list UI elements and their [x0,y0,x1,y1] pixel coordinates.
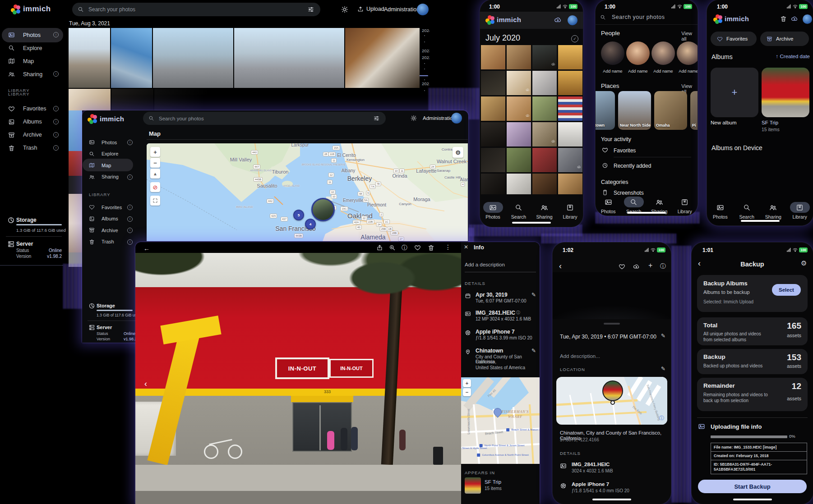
map-layer-toggle-button[interactable]: ⊘ [150,182,160,192]
grid-photo[interactable] [558,174,582,194]
immich-logo[interactable]: immich [88,114,124,123]
timeline-photo[interactable] [345,28,420,88]
info-icon[interactable]: ⓘ [402,244,407,252]
trash-icon[interactable] [780,15,787,22]
album-thumbnail[interactable] [465,477,481,494]
minimap-zoom-in[interactable]: + [463,379,471,387]
world-map[interactable]: LarkspurMill ValleyTiburonARAMBURU ISLAN… [147,143,468,241]
grid-photo[interactable] [558,122,582,147]
grid-photo[interactable] [507,148,531,172]
sidebar-item-albums[interactable]: Albums [89,216,118,222]
timeline-photo[interactable] [111,28,152,88]
start-backup-button[interactable]: Start Backup [698,480,807,493]
favorites-button[interactable]: Favorites [711,32,757,46]
timeline-photo[interactable] [111,89,153,110]
edit-date-icon[interactable]: ✎ [531,292,536,298]
sidebar-item-trash[interactable]: Trash [8,145,37,151]
upload-button[interactable]: Upload [357,6,384,12]
info-circle-icon[interactable]: i [127,140,133,145]
close-icon[interactable]: ✕ [464,244,468,250]
cloud-upload-icon[interactable] [554,16,562,24]
favorites-item[interactable]: Favorites [614,147,636,154]
add-name-link[interactable]: Add name [651,69,675,73]
avatar[interactable] [568,15,577,25]
zoom-icon[interactable] [389,244,396,251]
minimap-zoom-out[interactable]: − [463,388,471,396]
sidebar-item-archive[interactable]: Archive [89,227,118,233]
grid-photo[interactable] [532,148,557,172]
place-card[interactable]: Chinatown [596,91,615,130]
search-input[interactable]: Search your photos [612,14,665,20]
description-input[interactable]: Add description... [560,353,600,359]
favorite-heart-icon[interactable] [619,263,625,270]
recently-added-item[interactable]: Recently added [614,163,651,169]
add-name-link[interactable]: Add name [601,69,624,73]
timeline-photo[interactable] [69,110,82,151]
album-tile-sf-trip[interactable] [762,68,809,117]
archive-button[interactable]: Archive [760,32,809,46]
more-kebab-icon[interactable]: ⋮ [445,243,451,251]
sidebar-item-sharing[interactable]: Sharing [8,71,42,78]
tab-photos[interactable]: Photos [707,202,734,220]
tab-photos[interactable]: Photos [480,202,506,220]
map-zoom-out-button[interactable]: − [150,158,160,168]
sidebar-item-photos[interactable]: Photos [8,32,41,38]
grid-photo[interactable] [507,174,531,194]
sidebar-item-map[interactable]: Map [89,162,111,168]
grid-photo[interactable] [507,122,531,147]
description-input[interactable]: Add a description [465,262,505,267]
filter-icon[interactable] [374,115,379,121]
map-settings-gear-icon[interactable]: ⚙ [453,147,463,158]
info-circle-icon[interactable]: i [53,106,59,111]
avatar[interactable] [803,14,812,24]
edit-location-icon[interactable]: ✎ [531,348,536,354]
map-fullscreen-button[interactable] [150,196,160,206]
grid-photo[interactable] [481,45,505,69]
tab-library[interactable]: Library [557,202,583,220]
person-face[interactable] [677,41,698,65]
grid-photo[interactable] [558,71,582,95]
avatar[interactable] [417,4,429,15]
timeline-photo[interactable] [69,176,82,194]
map-info-icon[interactable]: ⓘ [659,415,664,422]
grid-photo[interactable] [532,174,557,194]
place-card[interactable]: Pi [690,91,698,130]
administration-link[interactable]: Administration [423,115,456,121]
grid-photo[interactable] [558,96,582,121]
sidebar-item-favorites[interactable]: Favorites [8,105,46,112]
grid-photo[interactable] [481,96,505,121]
grid-photo[interactable] [507,45,531,69]
grid-photo[interactable] [507,71,531,95]
timeline-photo[interactable] [69,89,111,110]
theme-toggle-icon[interactable] [411,115,417,121]
timeline-photo[interactable] [153,28,233,88]
add-name-link[interactable]: Add name [677,69,698,73]
info-icon[interactable]: ⓘ [660,262,666,270]
location-minimap[interactable]: San Francisco Ferry Building The Emb ⓘ [556,377,667,425]
theme-toggle-icon[interactable] [341,6,348,13]
new-album-tile[interactable]: + [711,68,758,117]
photo-in-n-out[interactable]: IN-N-OUT IN-N-OUT 333 [135,253,461,504]
timeline-photo[interactable] [69,252,82,267]
select-all-check-icon[interactable]: ✓ [571,35,578,42]
map-cluster-marker[interactable]: 4 [305,219,316,229]
administration-link[interactable]: Administration [384,6,420,13]
add-plus-icon[interactable]: + [648,261,652,270]
info-circle-icon[interactable]: i [127,205,133,210]
timeline-photo[interactable] [69,194,82,252]
previous-photo-chevron[interactable]: ‹ [144,379,147,389]
add-name-link[interactable]: Add name [626,69,650,73]
sheet-handle[interactable] [604,323,620,325]
grid-photo[interactable] [481,122,505,147]
search-input[interactable]: Search your photos [72,3,320,16]
people-view-all-link[interactable]: View all [681,31,692,41]
info-circle-icon[interactable]: i [127,174,133,180]
map-cluster-marker[interactable]: 5 [293,210,304,220]
photo-map-marker[interactable] [602,380,623,401]
map-zoom-in-button[interactable]: + [150,147,160,157]
tab-library[interactable]: Library [672,197,698,214]
grid-photo[interactable] [532,71,557,95]
select-button[interactable]: Select [772,284,801,296]
info-circle-icon[interactable]: i [53,32,59,37]
place-card[interactable]: Omaha [654,91,687,130]
